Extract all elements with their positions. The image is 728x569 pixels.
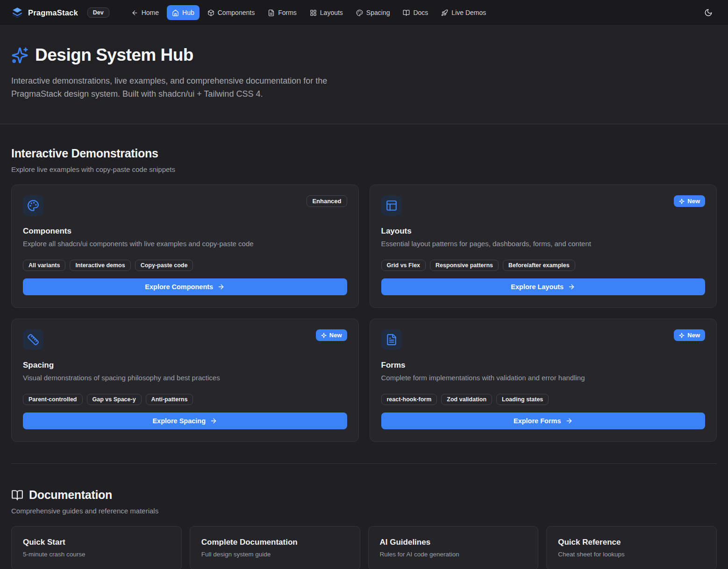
tag-row: Parent-controlled Gap vs Space-y Anti-pa… xyxy=(23,394,347,405)
doc-card-title: Quick Start xyxy=(23,538,170,547)
badge-label: New xyxy=(329,332,342,339)
nav-item-forms[interactable]: Forms xyxy=(263,5,302,20)
tag: Anti-patterns xyxy=(146,394,193,405)
doc-card-quick-start[interactable]: Quick Start 5-minute crash course xyxy=(11,526,182,569)
nav-label: Layouts xyxy=(320,9,343,16)
demo-card-grid: Enhanced Components Explore all shadcn/u… xyxy=(11,185,717,442)
nav-item-spacing[interactable]: Spacing xyxy=(351,5,395,20)
button-label: Explore Forms xyxy=(514,417,561,425)
home-icon xyxy=(172,9,179,16)
tag: Before/after examples xyxy=(503,260,575,271)
button-label: Explore Components xyxy=(145,283,213,291)
card-description: Explore all shadcn/ui components with li… xyxy=(23,240,347,248)
book-open-icon xyxy=(11,489,23,501)
tag: Gap vs Space-y xyxy=(87,394,142,405)
doc-card-subtitle: Full design system guide xyxy=(201,551,349,558)
new-badge: New xyxy=(674,195,705,207)
nav-item-live-demos[interactable]: Live Demos xyxy=(436,5,491,20)
demo-card-components: Enhanced Components Explore all shadcn/u… xyxy=(11,185,359,308)
demos-section-heading: Interactive Demonstrations xyxy=(11,124,717,160)
doc-card-subtitle: Rules for AI code generation xyxy=(380,551,527,558)
new-badge: New xyxy=(674,329,705,341)
nav-label: Home xyxy=(142,9,159,16)
rocket-icon xyxy=(441,9,448,16)
page-description: Interactive demonstrations, live example… xyxy=(11,74,359,100)
explore-components-button[interactable]: Explore Components xyxy=(23,278,347,295)
file-text-icon xyxy=(381,329,402,350)
button-label: Explore Layouts xyxy=(511,283,564,291)
arrow-right-icon xyxy=(217,283,225,291)
explore-layouts-button[interactable]: Explore Layouts xyxy=(381,278,706,295)
palette-icon xyxy=(356,9,363,16)
badge-label: New xyxy=(687,198,700,205)
sparkles-icon xyxy=(321,333,327,338)
nav-item-components[interactable]: Components xyxy=(202,5,260,20)
arrow-right-icon xyxy=(568,283,575,291)
doc-card-title: AI Guidelines xyxy=(380,538,527,547)
nav-item-docs[interactable]: Docs xyxy=(398,5,433,20)
demo-card-layouts: New Layouts Essential layout patterns fo… xyxy=(370,185,717,308)
card-description: Complete form implementations with valid… xyxy=(381,374,706,382)
theme-toggle-button[interactable] xyxy=(700,4,717,21)
card-title: Layouts xyxy=(381,227,706,236)
arrow-right-icon xyxy=(565,417,573,425)
nav-label: Hub xyxy=(182,9,194,16)
hero-section: Design System Hub Interactive demonstrat… xyxy=(0,26,728,124)
nav-label: Live Demos xyxy=(451,9,486,16)
status-badge: Enhanced xyxy=(307,195,347,207)
arrow-right-icon xyxy=(210,417,217,425)
docs-section-subheading: Comprehensive guides and reference mater… xyxy=(11,507,717,515)
nav-label: Forms xyxy=(278,9,297,16)
env-badge: Dev xyxy=(87,7,109,18)
ruler-icon xyxy=(23,329,43,350)
nav-item-home[interactable]: Home xyxy=(126,5,164,20)
docs-section-heading: Documentation xyxy=(29,488,112,502)
brand-link[interactable]: PragmaStack Dev xyxy=(11,7,109,19)
tag: All variants xyxy=(23,260,65,271)
tag: Responsive patterns xyxy=(430,260,499,271)
tag: Grid vs Flex xyxy=(381,260,426,271)
main-content: Interactive Demonstrations Explore live … xyxy=(0,124,728,569)
card-description: Visual demonstrations of spacing philoso… xyxy=(23,374,347,382)
tag: Zod validation xyxy=(441,394,492,405)
card-title: Forms xyxy=(381,361,706,370)
nav-item-layouts[interactable]: Layouts xyxy=(305,5,348,20)
brand-name: PragmaStack xyxy=(28,8,78,17)
doc-card-complete-documentation[interactable]: Complete Documentation Full design syste… xyxy=(190,526,360,569)
nav-item-hub[interactable]: Hub xyxy=(167,5,200,20)
demos-section-subheading: Explore live examples with copy-paste co… xyxy=(11,165,717,173)
tag: Parent-controlled xyxy=(23,394,83,405)
doc-card-quick-reference[interactable]: Quick Reference Cheat sheet for lookups xyxy=(546,526,717,569)
doc-card-subtitle: 5-minute crash course xyxy=(23,551,170,558)
main-nav: Home Hub Components Forms Layouts xyxy=(126,5,492,20)
navbar: PragmaStack Dev Home Hub Components Fo xyxy=(0,0,728,26)
doc-card-title: Complete Documentation xyxy=(201,538,349,547)
explore-spacing-button[interactable]: Explore Spacing xyxy=(23,413,347,429)
layout-panel-icon xyxy=(381,195,402,216)
arrow-left-icon xyxy=(131,9,138,16)
doc-card-title: Quick Reference xyxy=(558,538,705,547)
tag-row: All variants Interactive demos Copy-past… xyxy=(23,260,347,271)
badge-label: New xyxy=(687,332,700,339)
nav-label: Docs xyxy=(413,9,428,16)
layout-grid-icon xyxy=(310,9,317,16)
card-title: Components xyxy=(23,227,347,236)
card-description: Essential layout patterns for pages, das… xyxy=(381,240,706,248)
box-icon xyxy=(207,9,214,16)
file-text-icon xyxy=(268,9,275,16)
tag: Interactive demos xyxy=(70,260,130,271)
moon-icon xyxy=(704,8,713,17)
layers-logo-icon xyxy=(11,7,23,19)
doc-card-ai-guidelines[interactable]: AI Guidelines Rules for AI code generati… xyxy=(368,526,539,569)
tag-row: react-hook-form Zod validation Loading s… xyxy=(381,394,706,405)
demo-card-spacing: New Spacing Visual demonstrations of spa… xyxy=(11,319,359,442)
palette-icon xyxy=(23,195,43,216)
card-title: Spacing xyxy=(23,361,347,370)
tag: Loading states xyxy=(496,394,549,405)
tag: Copy-paste code xyxy=(135,260,193,271)
tag: react-hook-form xyxy=(381,394,437,405)
tag-row: Grid vs Flex Responsive patterns Before/… xyxy=(381,260,706,271)
sparkles-icon xyxy=(11,47,29,64)
sparkles-icon xyxy=(679,333,685,338)
explore-forms-button[interactable]: Explore Forms xyxy=(381,413,706,429)
